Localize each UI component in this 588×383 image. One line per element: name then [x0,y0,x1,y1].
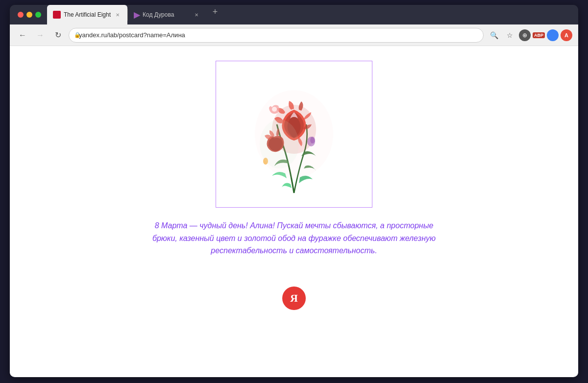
reload-button[interactable]: ↻ [51,28,65,42]
browser-window: Я The Artificial Eight ✕ ▶ Код Дурова ✕ … [10,5,578,377]
extensions-icon[interactable]: ⊕ [519,29,531,41]
tab-artificial-eight[interactable]: Я The Artificial Eight ✕ [47,5,127,24]
forward-button[interactable]: → [33,28,47,42]
fullscreen-button[interactable] [35,12,41,18]
new-tab-button[interactable]: + [208,5,222,19]
svg-point-8 [260,120,299,168]
tab-kod-durova[interactable]: ▶ Код Дурова ✕ [128,5,206,24]
tab-label: The Artificial Eight [64,11,111,18]
flower-illustration [225,66,363,203]
address-bar-input[interactable]: 🔒 yandex.ru/lab/postcard?name=Алина [69,28,484,43]
lock-icon: 🔒 [74,32,81,38]
titlebar: Я The Artificial Eight ✕ ▶ Код Дурова ✕ … [10,5,578,24]
search-icon[interactable]: 🔍 [488,28,501,42]
yandex-logo-footer[interactable]: Я [282,287,306,310]
toolbar-icons: 🔍 ☆ ⊕ ABP А [488,28,572,42]
profile-avatar-blue[interactable] [547,29,559,41]
tab-bar: Я The Artificial Eight ✕ ▶ Код Дурова ✕ … [45,5,574,24]
postcard-image [216,61,372,208]
minimize-button[interactable] [26,12,32,18]
close-button[interactable] [18,12,24,18]
back-button[interactable]: ← [16,28,29,42]
url-text: yandex.ru/lab/postcard?name=Алина [75,31,185,39]
tab-label: Код Дурова [143,11,174,18]
arrow-favicon-icon: ▶ [134,10,140,20]
adblock-badge[interactable]: ABP [533,32,545,38]
greeting-text: 8 Марта — чудный день! Алина! Пускай меч… [152,219,436,257]
profile-avatar[interactable]: А [561,29,572,41]
page-content: 8 Марта — чудный день! Алина! Пускай меч… [10,46,578,377]
tab-close-button[interactable]: ✕ [114,11,122,19]
bookmark-icon[interactable]: ☆ [503,28,517,42]
addressbar: ← → ↻ 🔒 yandex.ru/lab/postcard?name=Алин… [10,24,578,46]
tab-close-button[interactable]: ✕ [193,11,200,19]
traffic-lights [14,12,45,18]
yandex-favicon-icon: Я [53,11,61,19]
